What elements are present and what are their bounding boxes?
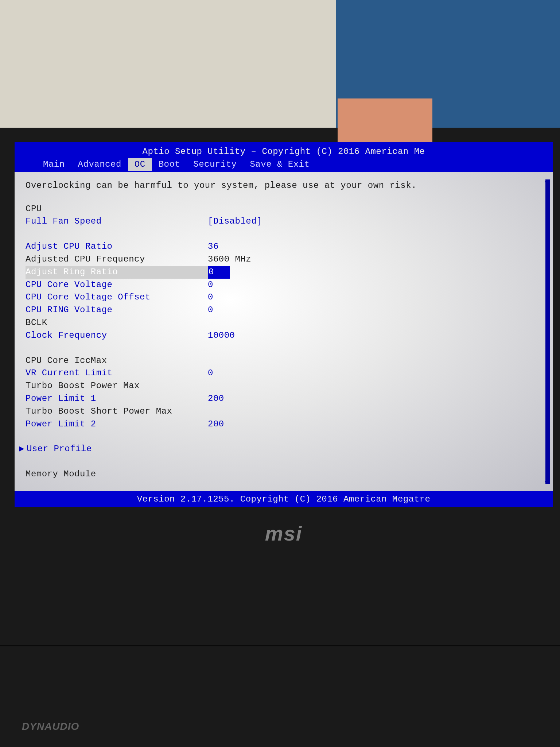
adjust-ring-ratio-label: Adjust Ring Ratio: [26, 266, 208, 279]
power-limit-2-value: 200: [208, 418, 538, 431]
audio-brand-logo: DYNAUDIO: [22, 721, 79, 732]
adjust-ring-ratio-row[interactable]: Adjust Ring Ratio 0: [26, 266, 538, 279]
tab-advanced[interactable]: Advanced: [71, 158, 128, 171]
turbo-power-max-header: Turbo Boost Power Max: [26, 380, 538, 392]
bios-content: Overclocking can be harmful to your syst…: [15, 172, 553, 491]
clock-frequency-row[interactable]: Clock Frequency 10000: [26, 329, 538, 342]
tab-save-exit[interactable]: Save & Exit: [243, 158, 316, 171]
full-fan-speed-value: [Disabled]: [208, 215, 538, 228]
clock-frequency-label: Clock Frequency: [26, 329, 208, 342]
iccmax-section-header: CPU Core IccMax: [26, 355, 538, 367]
power-limit-2-label: Power Limit 2: [26, 418, 208, 431]
memory-module-header: Memory Module: [26, 468, 538, 481]
tape-sticker: [338, 98, 432, 142]
tab-boot[interactable]: Boot: [152, 158, 187, 171]
power-limit-1-value: 200: [208, 392, 538, 405]
turbo-short-power-header: Turbo Boost Short Power Max: [26, 405, 538, 418]
cpu-ring-voltage-value: 0: [208, 304, 538, 317]
cpu-ring-voltage-row[interactable]: CPU RING Voltage 0: [26, 304, 538, 317]
chevron-right-icon: ▶: [19, 443, 24, 456]
overclock-warning: Overclocking can be harmful to your syst…: [26, 179, 538, 192]
tab-security[interactable]: Security: [187, 158, 243, 171]
cpu-core-voltage-offset-label: CPU Core Voltage Offset: [26, 291, 208, 304]
adjust-cpu-ratio-label: Adjust CPU Ratio: [26, 240, 208, 253]
cpu-core-voltage-offset-row[interactable]: CPU Core Voltage Offset 0: [26, 291, 538, 304]
user-profile-submenu[interactable]: ▶ User Profile: [19, 443, 538, 456]
bios-footer: Version 2.17.1255. Copyright (C) 2016 Am…: [15, 491, 553, 507]
cpu-core-voltage-value: 0: [208, 279, 538, 291]
cpu-core-voltage-offset-value: 0: [208, 291, 538, 304]
scrollbar[interactable]: [545, 179, 550, 484]
photo-background: [0, 0, 560, 128]
monitor-brand-logo: msi: [15, 522, 553, 545]
power-limit-2-row[interactable]: Power Limit 2 200: [26, 418, 538, 431]
full-fan-speed-row[interactable]: Full Fan Speed [Disabled]: [26, 215, 538, 228]
adjust-cpu-ratio-row[interactable]: Adjust CPU Ratio 36: [26, 240, 538, 253]
cpu-ring-voltage-label: CPU RING Voltage: [26, 304, 208, 317]
cpu-section-header: CPU: [26, 203, 538, 216]
power-limit-1-row[interactable]: Power Limit 1 200: [26, 392, 538, 405]
laptop-body: DYNAUDIO: [0, 645, 560, 747]
vr-current-limit-label: VR Current Limit: [26, 367, 208, 380]
clock-frequency-value: 10000: [208, 329, 538, 342]
tab-main[interactable]: Main: [36, 158, 71, 171]
bios-screen: Aptio Setup Utility – Copyright (C) 2016…: [15, 142, 553, 507]
vr-current-limit-row[interactable]: VR Current Limit 0: [26, 367, 538, 380]
tab-oc[interactable]: OC: [128, 158, 152, 171]
adjust-ring-ratio-value: 0: [208, 266, 538, 279]
adjusted-cpu-freq-label: Adjusted CPU Frequency: [26, 253, 208, 266]
bclk-section-header: BCLK: [26, 317, 538, 329]
bios-title: Aptio Setup Utility – Copyright (C) 2016…: [15, 145, 553, 158]
full-fan-speed-label: Full Fan Speed: [26, 215, 208, 228]
adjusted-cpu-freq-row: Adjusted CPU Frequency 3600 MHz: [26, 253, 538, 266]
vr-current-limit-value: 0: [208, 367, 538, 380]
cpu-core-voltage-label: CPU Core Voltage: [26, 279, 208, 291]
power-limit-1-label: Power Limit 1: [26, 392, 208, 405]
cpu-core-voltage-row[interactable]: CPU Core Voltage 0: [26, 279, 538, 291]
adjust-cpu-ratio-value: 36: [208, 240, 538, 253]
bios-header: Aptio Setup Utility – Copyright (C) 2016…: [15, 142, 553, 172]
monitor-frame: Aptio Setup Utility – Copyright (C) 2016…: [0, 128, 560, 645]
tab-bar: Main Advanced OC Boot Security Save & Ex…: [15, 158, 553, 171]
user-profile-label: User Profile: [27, 443, 92, 456]
adjusted-cpu-freq-value: 3600 MHz: [208, 253, 538, 266]
